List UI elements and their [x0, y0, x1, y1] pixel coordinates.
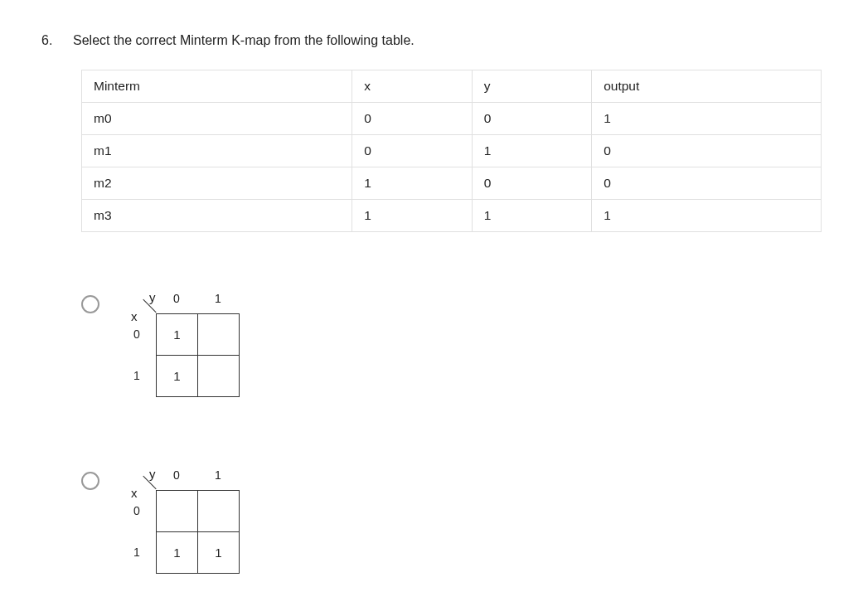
cell-y: 0 — [472, 103, 591, 135]
radio-button-1[interactable] — [81, 295, 99, 313]
cell-y: 1 — [472, 135, 591, 167]
options-container: y 0 1 x 0 1 1 1 — [81, 290, 822, 577]
table-header-row: Minterm x y output — [82, 70, 822, 103]
option-1: y 0 1 x 0 1 1 1 — [81, 290, 822, 400]
cell-x: 0 — [352, 135, 472, 167]
cell-x: 1 — [352, 200, 472, 232]
table-row: m2 1 0 0 — [82, 167, 822, 200]
kmap-cell — [198, 491, 240, 532]
header-output: output — [592, 70, 822, 103]
question-text: Select the correct Minterm K-map from th… — [73, 33, 415, 48]
kmap-x-axis: x 0 1 — [124, 490, 149, 573]
kmap-cell — [198, 356, 240, 397]
kmap-2: y 0 1 x 0 1 1 1 — [124, 467, 240, 577]
cell-minterm: m2 — [82, 167, 352, 200]
col-label-1: 1 — [197, 292, 239, 305]
radio-button-2[interactable] — [81, 472, 99, 490]
table-row: m1 0 1 0 — [82, 135, 822, 167]
x-var-label: x — [131, 309, 138, 323]
header-x: x — [352, 70, 472, 103]
option-2: y 0 1 x 0 1 1 1 — [81, 467, 822, 577]
kmap-y-axis: y 0 1 — [156, 292, 239, 305]
row-label-1: 1 — [124, 531, 149, 573]
cell-x: 0 — [352, 103, 472, 135]
truth-table: Minterm x y output m0 0 0 1 m1 0 1 0 m2 … — [81, 70, 822, 232]
kmap-x-axis: x 0 1 — [124, 313, 149, 396]
question-number: 6. — [41, 33, 58, 48]
kmap-cell: 1 — [157, 314, 198, 356]
kmap-grid-2: 1 1 — [156, 490, 240, 574]
kmap-grid-1: 1 1 — [156, 313, 240, 397]
cell-output: 0 — [592, 167, 822, 200]
cell-output: 0 — [592, 135, 822, 167]
cell-minterm: m1 — [82, 135, 352, 167]
kmap-y-axis: y 0 1 — [156, 468, 239, 482]
kmap-cell: 1 — [157, 356, 198, 397]
kmap-cell — [157, 491, 198, 532]
cell-y: 1 — [472, 200, 591, 232]
header-y: y — [472, 70, 591, 103]
y-var-label: y — [149, 467, 156, 481]
header-minterm: Minterm — [82, 70, 352, 103]
cell-minterm: m0 — [82, 103, 352, 135]
table-row: m3 1 1 1 — [82, 200, 822, 232]
kmap-cell — [198, 314, 240, 356]
kmap-cell: 1 — [198, 532, 240, 574]
cell-output: 1 — [592, 200, 822, 232]
row-label-1: 1 — [124, 355, 149, 396]
cell-x: 1 — [352, 167, 472, 200]
cell-output: 1 — [592, 103, 822, 135]
kmap-cell: 1 — [157, 532, 198, 574]
cell-y: 0 — [472, 167, 591, 200]
question-header: 6. Select the correct Minterm K-map from… — [41, 33, 822, 48]
col-label-0: 0 — [156, 292, 197, 305]
table-row: m0 0 0 1 — [82, 103, 822, 135]
kmap-1: y 0 1 x 0 1 1 1 — [124, 290, 240, 400]
col-label-0: 0 — [156, 468, 197, 482]
x-var-label: x — [131, 486, 138, 500]
col-label-1: 1 — [197, 468, 239, 482]
y-var-label: y — [149, 290, 156, 304]
cell-minterm: m3 — [82, 200, 352, 232]
